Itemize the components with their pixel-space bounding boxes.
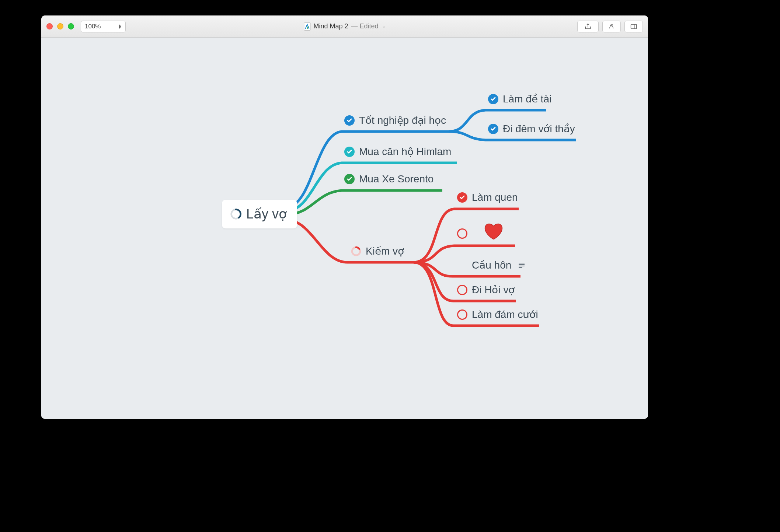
node-car[interactable]: Mua Xe Sorento: [344, 173, 433, 185]
checkmark-icon: [457, 192, 467, 203]
mindmap-canvas[interactable]: Lấy vợ Tốt nghiệp đại học Làm đề tài Đi …: [41, 38, 648, 419]
chevron-down-icon: ⌄: [382, 24, 386, 29]
connector-lines: [41, 38, 648, 419]
node-love[interactable]: [457, 228, 472, 239]
root-node[interactable]: Lấy vợ: [222, 200, 297, 228]
unchecked-icon: [457, 285, 467, 295]
node-label: Cầu hôn: [472, 259, 511, 271]
zoom-select[interactable]: 100% ▲▼: [81, 21, 126, 32]
node-label: Mua căn hộ Himlam: [359, 146, 451, 158]
checkmark-icon: [488, 124, 498, 134]
root-label: Lấy vợ: [246, 206, 287, 222]
svg-point-0: [612, 24, 613, 25]
node-apt[interactable]: Mua căn hộ Himlam: [344, 146, 451, 158]
node-grad[interactable]: Tốt nghiệp đại học: [344, 114, 446, 126]
toolbar-right: [577, 21, 643, 32]
node-propose[interactable]: Cầu hôn: [457, 259, 525, 271]
node-label: Làm đề tài: [503, 93, 551, 105]
progress-ring-icon: [351, 246, 361, 256]
zoom-value: 100%: [85, 23, 101, 30]
checkmark-icon: [488, 94, 498, 104]
node-label: Tốt nghiệp đại học: [359, 114, 446, 126]
edited-label: — Edited: [351, 22, 378, 30]
node-label: Đi đêm với thầy: [503, 123, 575, 135]
progress-ring-icon: [230, 208, 242, 220]
unchecked-icon: [457, 228, 467, 239]
node-label: Làm quen: [472, 192, 518, 203]
checkmark-icon: [344, 115, 355, 126]
heart-icon: [484, 222, 504, 241]
node-label: Mua Xe Sorento: [359, 173, 433, 185]
share-button[interactable]: [577, 21, 599, 32]
maximize-button[interactable]: [68, 23, 74, 29]
panels-button[interactable]: [624, 21, 643, 32]
node-ask[interactable]: Đi Hỏi vợ: [457, 284, 515, 296]
title-text: Mind Map 2: [313, 22, 348, 30]
window-title[interactable]: Mind Map 2 — Edited ⌄: [304, 22, 385, 31]
node-meet[interactable]: Làm quen: [457, 192, 518, 203]
checkmark-icon: [344, 174, 355, 184]
svg-rect-1: [631, 24, 637, 29]
checkmark-icon: [344, 147, 355, 157]
minimize-button[interactable]: [57, 23, 63, 29]
inspector-button[interactable]: [602, 21, 621, 32]
app-window: 100% ▲▼ Mind Map 2 — Edited ⌄: [41, 15, 648, 419]
node-wedding[interactable]: Làm đám cưới: [457, 308, 538, 321]
node-label: Đi Hỏi vợ: [472, 284, 515, 296]
node-label: Làm đám cưới: [472, 308, 538, 321]
unchecked-icon: [457, 309, 467, 320]
node-night[interactable]: Đi đêm với thầy: [488, 123, 575, 135]
traffic-lights: [46, 23, 74, 29]
document-icon: [304, 22, 310, 31]
node-thesis[interactable]: Làm đề tài: [488, 93, 551, 105]
stepper-arrows-icon: ▲▼: [118, 24, 122, 29]
titlebar: 100% ▲▼ Mind Map 2 — Edited ⌄: [41, 15, 648, 38]
close-button[interactable]: [46, 23, 53, 29]
note-icon[interactable]: [519, 263, 525, 268]
node-label: Kiếm vợ: [366, 245, 404, 257]
node-wife[interactable]: Kiếm vợ: [351, 245, 404, 257]
